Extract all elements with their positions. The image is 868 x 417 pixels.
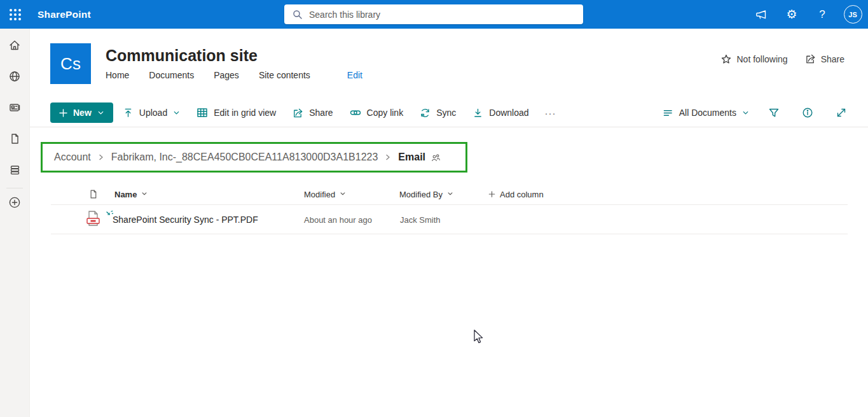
info-icon [802,107,813,118]
site-navigation: Home Documents Pages Site contents Edit [106,70,362,80]
download-button[interactable]: Download [465,102,535,123]
view-lines-icon [663,108,673,118]
app-launcher-button[interactable] [0,0,30,29]
share-button[interactable]: Share [286,102,340,123]
news-icon [8,101,21,114]
home-icon [8,39,21,52]
copy-link-button[interactable]: Copy link [343,102,411,123]
settings-button[interactable]: ⚙ [776,0,807,29]
edit-grid-view-button[interactable]: Edit in grid view [189,102,283,123]
sync-icon [420,108,431,118]
filter-icon [768,107,780,118]
waffle-icon [10,9,21,20]
plus-icon [488,190,495,197]
appbar-lists-button[interactable] [0,160,29,180]
megaphone-icon [755,8,768,21]
star-icon [721,54,731,64]
details-pane-button[interactable] [799,104,816,122]
appbar-home-button[interactable] [0,35,29,55]
plus-circle-icon [8,195,22,209]
mouse-cursor [473,329,485,348]
appbar-create-button[interactable] [0,192,29,213]
upload-icon [123,108,134,118]
follow-button[interactable]: Not following [721,54,787,64]
expand-icon [836,107,847,118]
breadcrumb-item-folder[interactable]: Fabrikam, Inc-_88CEA450CB0CEA11A813000D3… [111,152,378,163]
fullscreen-button[interactable] [832,104,850,122]
gear-icon: ⚙ [786,8,797,20]
appbar-mysites-button[interactable] [0,66,29,87]
suite-top-bar: SharePoint ⚙ ? JS [0,0,868,29]
sync-button[interactable]: Sync [413,102,463,123]
chevron-down-icon [141,191,148,197]
nav-item-site-contents[interactable]: Site contents [259,70,310,80]
download-icon [472,108,483,118]
appbar-pages-button[interactable] [0,129,29,149]
grid-icon [196,107,208,118]
nav-item-pages[interactable]: Pages [214,70,239,80]
more-commands-button[interactable]: ··· [539,108,563,118]
site-share-button[interactable]: Share [805,53,844,64]
search-input[interactable] [309,10,563,20]
site-actions: Not following Share [721,53,844,64]
name-column-header[interactable]: Name [114,189,148,199]
nav-item-documents[interactable]: Documents [149,70,194,80]
filter-button[interactable] [765,104,783,122]
add-column-button[interactable]: Add column [488,189,544,199]
chevron-down-icon [97,110,104,117]
sharepoint-library-page: SharePoint ⚙ ? JS [0,0,868,417]
chevron-right-icon [97,153,105,161]
upload-button[interactable]: Upload [116,102,187,123]
chevron-down-icon [742,110,749,117]
pdf-file-icon [86,210,100,229]
breadcrumb-item-account[interactable]: Account [54,152,91,163]
file-modified-by[interactable]: Jack Smith [400,215,441,224]
account-button[interactable]: JS [837,0,868,29]
command-bar-right: All Documents [663,104,850,122]
share-icon [805,53,816,64]
link-icon [350,107,361,118]
site-title[interactable]: Communication site [106,46,258,65]
sync-label: Sync [436,108,456,118]
file-type-column-header[interactable] [88,188,99,199]
modified-column-header[interactable]: Modified [304,189,346,199]
shared-people-icon [431,153,440,162]
copy-link-label: Copy link [367,108,404,118]
chevron-down-icon [340,191,346,197]
brand-label[interactable]: SharePoint [38,9,91,20]
breadcrumb-highlight-box: Account Fabrikam, Inc-_88CEA450CB0CEA11A… [41,142,467,173]
nav-edit-link[interactable]: Edit [347,70,362,80]
new-label: New [73,108,92,118]
modified-by-column-header[interactable]: Modified By [399,189,453,199]
share-label: Share [309,108,333,118]
stack-icon [8,164,21,176]
share-icon [293,108,303,118]
new-button[interactable]: New [50,102,113,123]
plus-icon [59,109,67,117]
share-label: Share [821,54,844,64]
file-row[interactable]: SharePoint Security Sync - PPT.PDF About… [51,205,848,234]
download-label: Download [489,108,528,118]
announcements-button[interactable] [746,0,776,29]
breadcrumb-item-current: Email [398,152,425,163]
globe-icon [8,70,21,83]
nav-item-home[interactable]: Home [106,70,129,80]
chevron-right-icon [384,153,392,161]
chevron-down-icon [447,191,453,197]
file-icon [88,188,99,199]
view-selector[interactable]: All Documents [663,108,749,118]
file-modified: About an hour ago [304,215,372,224]
search-box[interactable] [284,4,583,24]
page-icon [8,132,21,145]
help-button[interactable]: ? [807,0,837,29]
site-logo[interactable]: Cs [50,43,91,84]
follow-label: Not following [736,54,787,64]
view-label: All Documents [679,108,736,118]
help-icon: ? [819,8,825,21]
appbar-news-button[interactable] [0,97,29,118]
file-name[interactable]: SharePoint Security Sync - PPT.PDF [113,215,258,225]
chevron-down-icon [173,110,180,117]
app-bar [0,29,30,417]
avatar: JS [844,5,862,24]
upload-label: Upload [139,108,167,118]
